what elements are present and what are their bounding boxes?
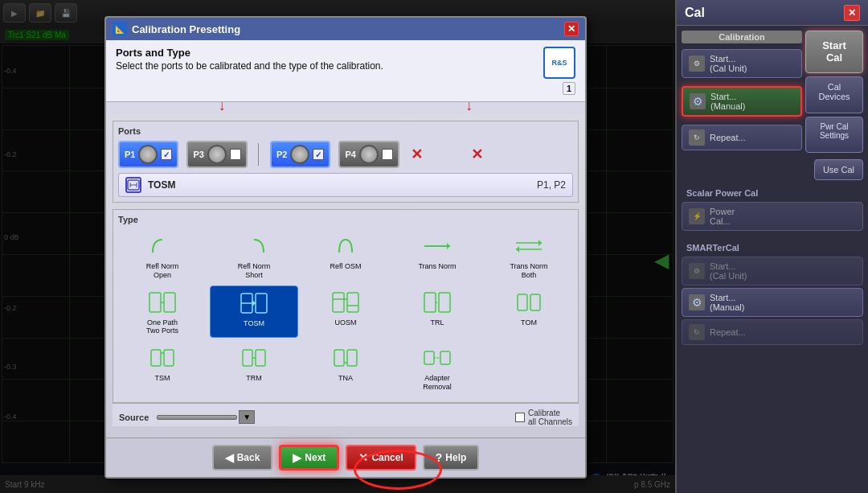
ports-label: Ports (118, 126, 573, 136)
port-p4-checkbox[interactable] (382, 149, 393, 160)
smarter-start-manual-button[interactable]: ⚙ Start... (Manual) (682, 288, 863, 317)
next-icon: ▶ (293, 451, 301, 464)
port-p2-button[interactable]: P2 ✓ (270, 141, 330, 168)
port-p3-checkbox[interactable] (230, 149, 241, 160)
port-p2-checkbox[interactable]: ✓ (313, 149, 324, 160)
back-button[interactable]: ◀ Back (212, 445, 273, 470)
next-button[interactable]: ▶ Next (279, 445, 339, 470)
smarter-manual-icon: ⚙ (689, 294, 705, 310)
cal-right-col: Start Cal Cal Devices Pwr Cal Settings (805, 31, 863, 153)
refl-norm-open-label: Refl NormOpen (146, 262, 179, 280)
cal-type-tom[interactable]: TOM (485, 286, 573, 339)
start-manual-button[interactable]: ⚙ Start... (Manual) (682, 86, 802, 117)
source-label: Source (119, 413, 149, 422)
cal-type-one-path-two-ports[interactable]: One PathTwo Ports (118, 286, 207, 339)
cal-type-refl-norm-short[interactable]: Refl NormShort (210, 229, 298, 282)
cal-type-trans-norm[interactable]: Trans Norm (393, 229, 481, 282)
port-p2[interactable]: P2 ✓ (270, 141, 330, 168)
port-p1[interactable]: P1 ✓ (118, 141, 178, 168)
start-cal-unit-button[interactable]: ⚙ Start... (Cal Unit) (682, 49, 802, 78)
port-p4-connector (359, 145, 379, 164)
smarter-repeat-button[interactable]: ↻ Repeat... (682, 319, 863, 345)
port-p1-button[interactable]: P1 ✓ (118, 141, 178, 168)
dialog-bottom: Source ▼ Calibrateall Channels (113, 403, 579, 426)
back-label: Back (237, 452, 260, 463)
smarter-start-cal-unit-label: Start... (Cal Unit) (710, 261, 747, 281)
repeat-button[interactable]: ↻ Repeat... (682, 125, 802, 150)
port-p4-button[interactable]: P4 (338, 141, 399, 168)
red-arrow-1: ↓ (219, 97, 226, 114)
cal-panel-title: Cal (685, 6, 705, 20)
help-label: Help (445, 452, 466, 463)
svg-rect-24 (164, 350, 174, 366)
cal-type-trm[interactable]: TRM (210, 341, 298, 394)
trl-icon (420, 288, 455, 317)
uosm-icon (328, 288, 363, 317)
cal-type-trl[interactable]: TRL (393, 286, 481, 339)
port-p4[interactable]: P4 (338, 141, 399, 168)
cal-type-refl-osm[interactable]: Refl OSM (301, 229, 390, 282)
adapter-removal-label: AdapterRemoval (423, 374, 452, 392)
power-cal-label: Power Cal... (710, 207, 735, 226)
smarter-cal-unit-icon: ⚙ (689, 263, 705, 279)
refl-norm-open-icon (145, 232, 180, 261)
instruction-title: Ports and Type (116, 47, 383, 59)
red-x-2: ✕ (471, 146, 483, 163)
one-path-two-ports-icon (145, 288, 180, 317)
cal-unit-icon: ⚙ (689, 55, 705, 72)
cal-type-trans-norm-both[interactable]: Trans NormBoth (485, 229, 573, 282)
dialog-titlebar: 📐 Calibration Presetting ✕ (106, 18, 585, 40)
cal-type-uosm[interactable]: UOSM (301, 286, 390, 339)
port-p1-checkbox[interactable]: ✓ (161, 149, 172, 160)
svg-rect-22 (530, 294, 540, 310)
arrow-row: ↓ ↓ (106, 102, 585, 114)
svg-rect-18 (424, 293, 436, 312)
use-cal-button[interactable]: Use Cal (814, 159, 863, 180)
port-p2-label: P2 (276, 150, 287, 159)
pwr-cal-settings-button[interactable]: Pwr Cal Settings (805, 117, 863, 153)
dialog-title-icon: 📐 (113, 22, 127, 36)
smarter-start-cal-unit-button[interactable]: ⚙ Start... (Cal Unit) (682, 257, 863, 286)
ports-row: P1 ✓ P3 (118, 141, 573, 168)
calibrate-all-checkbox[interactable] (515, 413, 525, 422)
source-select-wrapper[interactable]: ▼ (157, 410, 255, 424)
cal-type-adapter-removal[interactable]: AdapterRemoval (393, 341, 481, 394)
cal-types-grid: Refl NormOpen Refl NormShort (118, 229, 573, 394)
svg-rect-14 (333, 293, 344, 312)
use-cal-row: Use Cal (677, 158, 868, 182)
tom-label: TOM (521, 318, 537, 327)
cal-panel-close-button[interactable]: ✕ (844, 5, 860, 21)
cal-type-tsm[interactable]: TSM (118, 341, 207, 394)
cal-type-refl-norm-open[interactable]: Refl NormOpen (118, 229, 207, 282)
adapter-removal-icon (420, 343, 455, 372)
smarter-cal-label: SMARTerCal (682, 240, 863, 254)
next-label: Next (305, 452, 326, 463)
dialog-close-button[interactable]: ✕ (564, 22, 579, 36)
trm-label: TRM (246, 374, 262, 383)
svg-marker-2 (447, 243, 450, 249)
tosm-name: TOSM (148, 179, 530, 191)
help-button[interactable]: ? Help (423, 445, 480, 470)
page-number: 1 (563, 82, 575, 95)
svg-rect-11 (256, 294, 267, 313)
refl-norm-short-icon (236, 232, 272, 261)
smarter-cal-section: SMARTerCal ⚙ Start... (Cal Unit) ⚙ Start… (677, 236, 868, 351)
dialog-body: Ports P1 ✓ P3 (106, 114, 585, 438)
cal-devices-button[interactable]: Cal Devices (805, 76, 863, 113)
port-p3-label: P3 (193, 150, 203, 159)
port-p3[interactable]: P3 (186, 141, 247, 168)
power-cal-button[interactable]: ⚡ Power Cal... (682, 202, 863, 231)
uosm-label: UOSM (335, 318, 357, 327)
svg-rect-26 (243, 350, 252, 366)
cal-type-tosm[interactable]: TOSM (210, 286, 298, 339)
cal-type-tna[interactable]: TNA (301, 341, 390, 394)
cal-left-col: Calibration ⚙ Start... (Cal Unit) ⚙ Star… (682, 31, 802, 153)
refl-osm-label: Refl OSM (330, 262, 361, 271)
calibration-presetting-dialog: 📐 Calibration Presetting ✕ Ports and Typ… (104, 16, 587, 479)
source-select[interactable] (157, 415, 237, 420)
source-select-arrow[interactable]: ▼ (239, 410, 255, 424)
cancel-button[interactable]: ✕ Cancel (346, 445, 416, 470)
port-p3-button[interactable]: P3 (186, 141, 247, 168)
start-cal-button[interactable]: Start Cal (805, 31, 863, 73)
tsm-label: TSM (155, 374, 170, 383)
